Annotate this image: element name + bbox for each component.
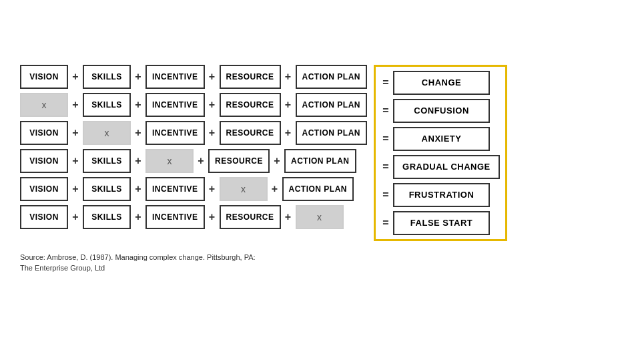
result-row-1: =CONFUSION bbox=[381, 99, 500, 123]
main-container: VISION+SKILLS+INCENTIVE+RESOURCE+ACTION … bbox=[0, 51, 644, 287]
source-line2: The Enterprise Group, Ltd bbox=[20, 263, 256, 274]
cell-2-4: INCENTIVE bbox=[145, 121, 205, 145]
cell-1-2: SKILLS bbox=[83, 93, 131, 117]
cell-5-8: x bbox=[296, 205, 344, 229]
source-line1: Source: Ambrose, D. (1987). Managing com… bbox=[20, 252, 256, 263]
cell-0-2: SKILLS bbox=[83, 65, 131, 89]
result-3: GRADUAL CHANGE bbox=[393, 155, 500, 179]
cell-1-4: INCENTIVE bbox=[145, 93, 205, 117]
cell-0-5: + bbox=[208, 71, 217, 83]
cell-4-1: + bbox=[71, 183, 80, 195]
left-section: VISION+SKILLS+INCENTIVE+RESOURCE+ACTION … bbox=[20, 65, 367, 241]
row-2: VISION+x+INCENTIVE+RESOURCE+ACTION PLAN bbox=[20, 121, 367, 145]
cell-4-3: + bbox=[133, 183, 143, 195]
cell-0-7: + bbox=[284, 71, 293, 83]
equals-5: = bbox=[381, 217, 390, 229]
cell-3-3: + bbox=[133, 155, 143, 167]
cell-3-7: + bbox=[272, 155, 282, 167]
cell-0-8: ACTION PLAN bbox=[296, 65, 368, 89]
cell-5-0: VISION bbox=[20, 205, 68, 229]
result-4: FRUSTRATION bbox=[393, 183, 490, 207]
result-1: CONFUSION bbox=[393, 99, 490, 123]
cell-5-6: RESOURCE bbox=[220, 205, 281, 229]
cell-4-2: SKILLS bbox=[83, 177, 131, 201]
equals-2: = bbox=[381, 133, 390, 145]
cell-5-4: INCENTIVE bbox=[145, 205, 205, 229]
cell-3-6: RESOURCE bbox=[208, 149, 270, 173]
equals-0: = bbox=[381, 77, 390, 89]
row-3: VISION+SKILLS+x+RESOURCE+ACTION PLAN bbox=[20, 149, 367, 173]
equals-4: = bbox=[381, 189, 390, 201]
result-row-2: =ANXIETY bbox=[381, 127, 500, 151]
cell-3-4: x bbox=[145, 149, 194, 173]
cell-3-1: + bbox=[71, 155, 80, 167]
cell-5-3: + bbox=[133, 211, 143, 223]
cell-0-0: VISION bbox=[20, 65, 68, 89]
row-4: VISION+SKILLS+INCENTIVE+x+ACTION PLAN bbox=[20, 177, 367, 201]
cell-1-7: + bbox=[284, 99, 293, 111]
cell-2-1: + bbox=[71, 127, 80, 139]
cell-0-1: + bbox=[71, 71, 80, 83]
cell-4-6: x bbox=[220, 177, 268, 201]
grid-area: VISION+SKILLS+INCENTIVE+RESOURCE+ACTION … bbox=[20, 65, 624, 241]
cell-1-6: RESOURCE bbox=[220, 93, 281, 117]
result-0: CHANGE bbox=[393, 71, 490, 95]
cell-2-0: VISION bbox=[20, 121, 68, 145]
row-0: VISION+SKILLS+INCENTIVE+RESOURCE+ACTION … bbox=[20, 65, 367, 89]
cell-4-8: ACTION PLAN bbox=[282, 177, 354, 201]
cell-0-3: + bbox=[133, 71, 143, 83]
cell-2-8: ACTION PLAN bbox=[296, 121, 368, 145]
cell-2-6: RESOURCE bbox=[220, 121, 281, 145]
source-text: Source: Ambrose, D. (1987). Managing com… bbox=[20, 252, 256, 274]
cell-1-8: ACTION PLAN bbox=[296, 93, 368, 117]
cell-1-3: + bbox=[133, 99, 143, 111]
result-row-0: =CHANGE bbox=[381, 71, 500, 95]
cell-5-7: + bbox=[284, 211, 293, 223]
cell-3-5: + bbox=[196, 155, 206, 167]
right-section: =CHANGE=CONFUSION=ANXIETY=GRADUAL CHANGE… bbox=[374, 65, 507, 241]
cell-3-8: ACTION PLAN bbox=[284, 149, 356, 173]
cell-4-4: INCENTIVE bbox=[145, 177, 205, 201]
cell-2-2: x bbox=[83, 121, 131, 145]
cell-5-5: + bbox=[208, 211, 217, 223]
cell-2-5: + bbox=[208, 127, 217, 139]
cell-4-7: + bbox=[270, 183, 280, 195]
result-row-4: =FRUSTRATION bbox=[381, 183, 500, 207]
cell-1-0: x bbox=[20, 93, 68, 117]
cell-4-0: VISION bbox=[20, 177, 68, 201]
cell-2-3: + bbox=[133, 127, 143, 139]
row-5: VISION+SKILLS+INCENTIVE+RESOURCE+x bbox=[20, 205, 367, 229]
cell-1-1: + bbox=[71, 99, 80, 111]
result-row-5: =FALSE START bbox=[381, 211, 500, 235]
cell-4-5: + bbox=[208, 183, 217, 195]
cell-2-7: + bbox=[284, 127, 293, 139]
result-2: ANXIETY bbox=[393, 127, 490, 151]
cell-3-0: VISION bbox=[20, 149, 68, 173]
row-1: x+SKILLS+INCENTIVE+RESOURCE+ACTION PLAN bbox=[20, 93, 367, 117]
equals-3: = bbox=[381, 161, 390, 173]
cell-3-2: SKILLS bbox=[83, 149, 131, 173]
cell-0-6: RESOURCE bbox=[220, 65, 281, 89]
cell-5-2: SKILLS bbox=[83, 205, 131, 229]
cell-0-4: INCENTIVE bbox=[145, 65, 205, 89]
result-5: FALSE START bbox=[393, 211, 490, 235]
equals-1: = bbox=[381, 105, 390, 117]
cell-1-5: + bbox=[208, 99, 217, 111]
result-row-3: =GRADUAL CHANGE bbox=[381, 155, 500, 179]
cell-5-1: + bbox=[71, 211, 80, 223]
